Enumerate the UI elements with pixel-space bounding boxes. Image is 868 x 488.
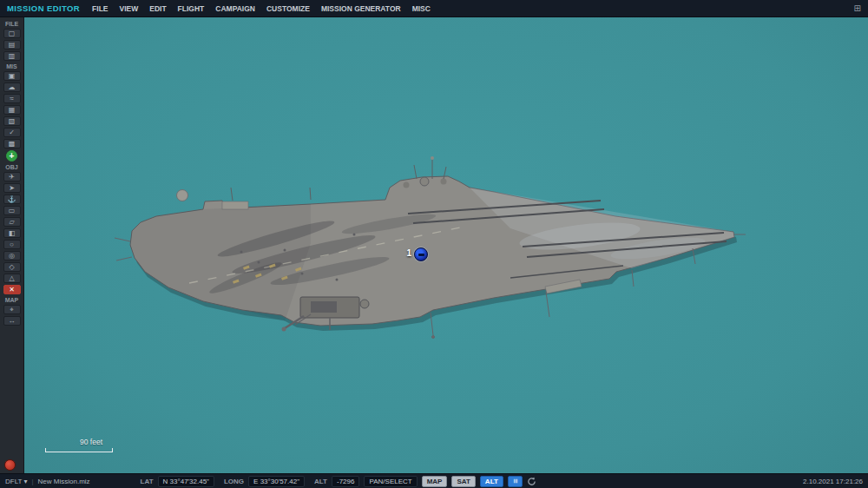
menu-item-edit[interactable]: EDIT (149, 4, 166, 13)
ruler-icon: ≡ (510, 478, 519, 483)
summary-icon[interactable]: ▩ (3, 139, 21, 148)
triggers-icon[interactable]: ▧ (3, 116, 21, 126)
ship-icon[interactable]: ⚓ (3, 195, 21, 204)
menu-item-misc[interactable]: MISC (412, 4, 431, 13)
alt-label: ALT (314, 478, 327, 485)
mission-options-icon[interactable]: ▦ (3, 105, 21, 115)
layer-preset-value: DFLT (5, 478, 22, 485)
measure-distance-icon[interactable]: ↔ (3, 316, 21, 326)
toolbar-sections: FILE▢▤▥MIS▣☁≈▦▧✓▩+OBJ✈➤⚓▭▱◧○◎◇△✕MAP⌖↔ (0, 21, 23, 326)
separator: | (32, 478, 34, 485)
open-mission-icon[interactable]: ▤ (3, 40, 21, 49)
unit-marker[interactable] (414, 247, 428, 261)
helicopter-icon[interactable]: ➤ (3, 183, 21, 193)
toolbar-section-map: MAP (0, 297, 23, 303)
refresh-icon (527, 477, 536, 486)
goals-icon[interactable]: ✓ (3, 128, 21, 137)
toolbar: FILE▢▤▥MIS▣☁≈▦▧✓▩+OBJ✈➤⚓▭▱◧○◎◇△✕MAP⌖↔ (0, 17, 24, 473)
delete-icon[interactable]: ✕ (3, 285, 21, 294)
lat-label: LAT (141, 478, 154, 485)
lat-value: N 33°47'32.45" (158, 476, 214, 487)
map-viewport[interactable]: 1 90 feet (24, 17, 868, 473)
title-bar: MISSION EDITOR FILEVIEWEDITFLIGHTCAMPAIG… (0, 0, 868, 17)
briefing-icon[interactable]: ▣ (3, 71, 21, 81)
add-unit-icon[interactable]: + (6, 150, 17, 162)
toolbar-section-file: FILE (0, 21, 23, 27)
refresh-button[interactable] (527, 477, 536, 486)
map-scale: 90 feet (45, 438, 113, 452)
pan-select-mode-button[interactable]: PAN/SELECT (364, 476, 417, 487)
chevron-down-icon: ▾ (24, 478, 28, 485)
label-icon[interactable]: △ (3, 274, 21, 283)
template-icon[interactable]: ◧ (3, 228, 21, 238)
datetime: 2.10.2021 17:21:26 (803, 478, 863, 485)
menu-item-view[interactable]: VIEW (120, 4, 139, 13)
menu-item-flight[interactable]: FLIGHT (178, 4, 205, 13)
toolbar-section-mis: MIS (0, 63, 23, 69)
static-object-icon[interactable]: ▱ (3, 217, 21, 227)
menu-item-customize[interactable]: CUSTOMIZE (266, 4, 310, 13)
scale-label: 90 feet (80, 438, 113, 446)
map-layer-button[interactable]: MAP (422, 476, 448, 487)
map-options-icon[interactable]: ⌖ (3, 305, 21, 314)
long-value: E 33°30'57.42" (248, 476, 305, 487)
save-mission-icon[interactable]: ▥ (3, 51, 21, 61)
vehicle-icon[interactable]: ▭ (3, 206, 21, 215)
aircraft-icon[interactable]: ✈ (3, 172, 21, 181)
menu-item-file[interactable]: FILE (92, 4, 108, 13)
mission-file-name: New Mission.miz (38, 478, 90, 485)
menu-item-campaign[interactable]: CAMPAIGN (215, 4, 255, 13)
new-mission-icon[interactable]: ▢ (3, 29, 21, 38)
carrier-hull (130, 176, 734, 326)
toolbar-section-obj: OBJ (0, 164, 23, 170)
long-label: LONG (224, 478, 244, 485)
carrier-top-view (24, 17, 868, 473)
app-title: MISSION EDITOR (7, 3, 80, 13)
effects-icon[interactable]: ◇ (3, 262, 21, 272)
weather-icon[interactable]: ☁ (3, 82, 21, 92)
layer-preset-dropdown[interactable]: DFLT ▾ (5, 478, 28, 485)
alt-value: -7296 (332, 476, 359, 487)
scale-line (45, 448, 113, 452)
zone-icon[interactable]: ○ (3, 240, 21, 249)
unit-label: 1 (398, 248, 411, 258)
menu-item-mission-generator[interactable]: MISSION GENERATOR (321, 4, 401, 13)
window-controls-icon[interactable]: ⊞ (854, 4, 861, 13)
menu-bar: FILEVIEWEDITFLIGHTCAMPAIGNCUSTOMIZEMISSI… (92, 4, 431, 13)
ruler-tool-button[interactable]: ≡ (508, 476, 523, 487)
routes-icon[interactable]: ≈ (3, 94, 21, 103)
exit-button[interactable] (4, 459, 16, 471)
status-bar: DFLT ▾ | New Mission.miz LAT N 33°47'32.… (0, 473, 868, 488)
alt-layer-button[interactable]: ALT (480, 476, 503, 487)
sat-layer-button[interactable]: SAT (451, 476, 475, 487)
bullseye-icon[interactable]: ◎ (3, 251, 21, 260)
